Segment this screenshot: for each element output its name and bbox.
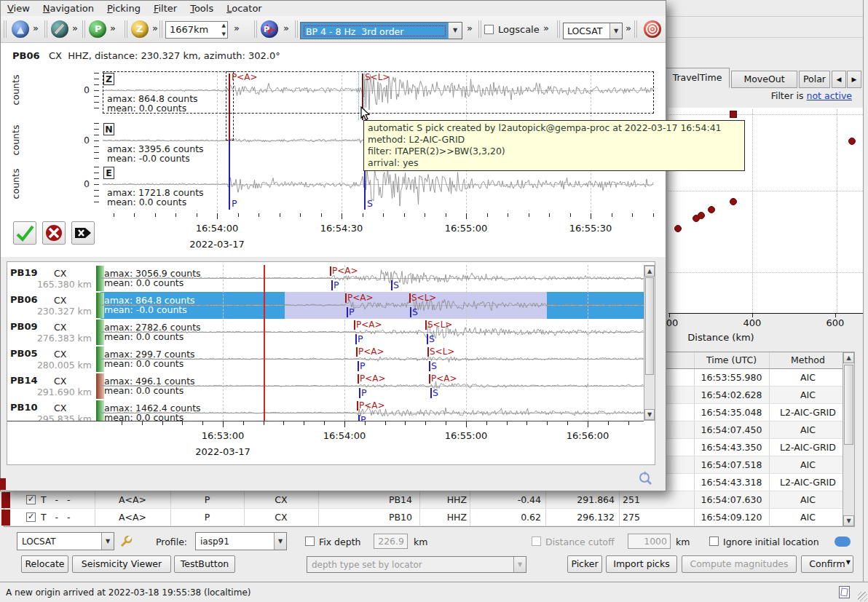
row-pick-line: [355, 334, 357, 344]
ignore-initial-checkbox[interactable]: [709, 536, 719, 546]
tab-moveout[interactable]: MoveOut: [731, 71, 797, 88]
toolbar-handle[interactable]: [478, 20, 481, 38]
station-row-pb06[interactable]: PB06CX230.327 kmamax: 864.8 countsmean: …: [7, 292, 644, 319]
data-point[interactable]: [698, 212, 705, 219]
distance-spinbox[interactable]: 1667km▲▼: [165, 21, 228, 39]
data-point[interactable]: [674, 225, 682, 232]
header-time[interactable]: Time (UTC): [694, 355, 769, 365]
toolbar-handle[interactable]: [125, 20, 127, 38]
menu-filter[interactable]: Filter: [147, 1, 184, 16]
apply-picks-button[interactable]: [13, 221, 36, 245]
picker-button[interactable]: Picker: [567, 555, 602, 573]
p-pick-line[interactable]: [229, 74, 230, 140]
depth-input[interactable]: 226.9: [374, 534, 408, 549]
scroll-down-icon[interactable]: ▼: [843, 515, 854, 526]
tab-scroll-left-icon[interactable]: ◀: [832, 71, 846, 88]
comment-icon[interactable]: [835, 536, 851, 547]
p-phase-icon[interactable]: P: [88, 20, 108, 39]
toolbar-handle[interactable]: [82, 20, 85, 38]
station-row-pb14[interactable]: PB14CX291.690 kmamax: 496.1 countsmean: …: [7, 373, 644, 400]
confirm-button[interactable]: Confirm▼: [801, 555, 853, 573]
header-method[interactable]: Method: [769, 355, 847, 365]
station-row-pb09[interactable]: PB09CX276.383 kmamax: 2782.6 countsmean:…: [7, 319, 644, 346]
station-row-pb19[interactable]: PB19CX165.380 kmamax: 3056.9 countsmean:…: [7, 265, 644, 292]
toolbar-overflow-icon[interactable]: »: [626, 23, 631, 33]
station-list-scrollbar[interactable]: ▲ ▼: [644, 265, 655, 421]
toolbar-overflow-icon[interactable]: »: [543, 23, 549, 33]
z-component-icon[interactable]: Z: [130, 20, 150, 39]
chevron-down-icon[interactable]: ▼: [609, 23, 622, 39]
toolbar-handle[interactable]: [634, 20, 637, 38]
scroll-down-icon[interactable]: ▼: [644, 409, 655, 420]
spin-down-icon[interactable]: ▼: [222, 31, 226, 37]
p-pick-line-horizontal[interactable]: [229, 140, 230, 210]
toolbar-handle[interactable]: [159, 20, 162, 38]
toolbar-handle[interactable]: [4, 20, 7, 38]
menu-navigation[interactable]: Navigation: [36, 1, 100, 16]
menu-view[interactable]: View: [1, 1, 36, 16]
scroll-up-icon[interactable]: ▲: [843, 352, 854, 363]
toolbar-overflow-icon[interactable]: »: [33, 23, 39, 33]
toolbar-handle[interactable]: [557, 20, 560, 38]
scrollbar-thumb[interactable]: [844, 365, 853, 445]
row-mean-label: mean: 0.0 counts: [104, 277, 184, 288]
toolbar-overflow-icon[interactable]: »: [152, 23, 158, 33]
tab-polar[interactable]: Polar: [799, 71, 830, 88]
test-button[interactable]: TestButton: [174, 555, 235, 573]
relocate-target-icon[interactable]: [643, 20, 663, 39]
arrivals-table-scrollbar[interactable]: ▲ ▼: [843, 352, 855, 527]
s-pick-line-horizontal[interactable]: [364, 168, 366, 210]
toolbar-locator-select[interactable]: LOCSAT▼: [563, 23, 623, 39]
table-row[interactable]: ✓T - -A<A>PCXPB14HHZ-0.44291.86425116:54…: [4, 491, 843, 509]
toolbar-overflow-icon[interactable]: »: [283, 23, 289, 33]
p-wave-icon[interactable]: P: [260, 20, 280, 39]
menu-locator[interactable]: Locator: [220, 1, 268, 16]
filter-toggle-link[interactable]: not active: [807, 90, 852, 101]
spin-up-icon[interactable]: ▲: [222, 23, 226, 28]
arrival-used-checkbox[interactable]: ✓: [26, 495, 36, 504]
menu-picking[interactable]: Picking: [100, 1, 147, 16]
menu-tools[interactable]: Tools: [184, 1, 220, 16]
status-icon[interactable]: [839, 586, 850, 598]
data-point[interactable]: [708, 206, 715, 213]
data-point[interactable]: [848, 138, 856, 145]
toolbar-overflow-icon[interactable]: »: [72, 23, 78, 33]
scrollbar-thumb[interactable]: [645, 277, 654, 375]
data-point-square[interactable]: [730, 111, 737, 118]
data-point[interactable]: [730, 198, 737, 205]
discard-and-next-button[interactable]: [71, 221, 95, 245]
toolbar-handle[interactable]: [254, 20, 257, 38]
fix-depth-checkbox[interactable]: [305, 536, 315, 546]
overview-icon[interactable]: ▲: [11, 20, 31, 39]
distance-cutoff-checkbox[interactable]: [532, 536, 541, 546]
resize-grip[interactable]: [858, 592, 867, 601]
station-code: PB10: [10, 402, 38, 413]
import-picks-button[interactable]: Import picks: [606, 555, 677, 573]
tab-scroll-right-icon[interactable]: ▶: [847, 71, 861, 88]
stream-filter-select[interactable]: BP 4 - 8 Hz 3rd order▼: [300, 22, 462, 39]
profile-select[interactable]: iasp91▼: [195, 532, 287, 550]
reject-picks-button[interactable]: [42, 221, 66, 245]
station-row-pb10[interactable]: PB10CX295.835 kmamax: 1462.4 countsmean:…: [7, 400, 644, 421]
toolbar-overflow-icon[interactable]: »: [234, 23, 240, 33]
table-row[interactable]: ✓T - -A<A>PCXPB10HHZ0.62296.13227516:54:…: [4, 509, 843, 526]
seismicity-viewer-button[interactable]: Seismicity Viewer: [72, 555, 171, 573]
toolbar-overflow-icon[interactable]: »: [110, 23, 116, 33]
logscale-checkbox[interactable]: [484, 25, 494, 34]
station-row-pb05[interactable]: PB05CX280.005 kmamax: 299.7 countsmean: …: [7, 346, 644, 373]
scroll-up-icon[interactable]: ▲: [644, 266, 655, 277]
cutoff-input[interactable]: 1000: [628, 534, 671, 549]
axis-tick: [243, 421, 244, 425]
toolbar-overflow-icon[interactable]: »: [467, 23, 473, 33]
toolbar-handle[interactable]: [44, 20, 47, 38]
arrival-used-checkbox[interactable]: ✓: [26, 512, 36, 522]
arrival-channel: HHZ: [419, 494, 467, 505]
chevron-down-icon[interactable]: ▼: [448, 23, 462, 39]
tab-traveltime[interactable]: TravelTime: [665, 68, 730, 88]
relocate-button[interactable]: Relocate: [21, 555, 68, 573]
locator-select[interactable]: LOCSAT▼: [17, 532, 114, 550]
locator-settings-icon[interactable]: [119, 534, 133, 549]
picker-tool-icon[interactable]: [50, 20, 70, 39]
reset-view-icon[interactable]: [637, 470, 653, 486]
toolbar-handle[interactable]: [295, 20, 298, 38]
